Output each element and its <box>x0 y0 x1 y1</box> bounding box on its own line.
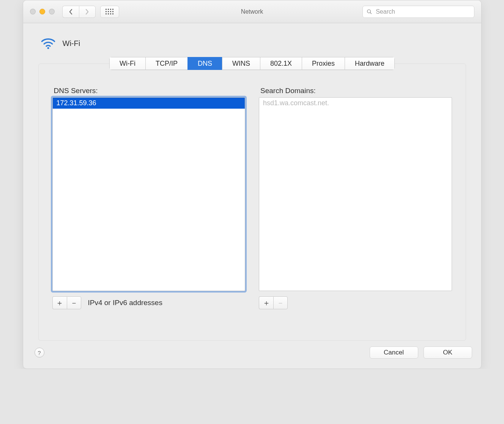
grid-icon <box>106 9 113 14</box>
close-window-button[interactable] <box>30 9 36 14</box>
wifi-icon <box>41 36 56 51</box>
tab-proxies[interactable]: Proxies <box>302 57 345 70</box>
ok-button[interactable]: OK <box>424 346 472 359</box>
minimize-window-button[interactable] <box>39 9 45 14</box>
tab-wins[interactable]: WINS <box>222 57 260 70</box>
search-domains-add-remove: ＋ － <box>259 296 288 309</box>
search-domains-remove-button[interactable]: － <box>273 296 288 309</box>
search-domain-item[interactable]: hsd1.wa.comcast.net. <box>259 98 452 109</box>
dns-remove-button[interactable]: － <box>67 296 81 309</box>
search-domains-list[interactable]: hsd1.wa.comcast.net. <box>259 97 452 291</box>
dns-hint: IPv4 or IPv6 addresses <box>88 299 162 307</box>
titlebar: Network <box>23 0 481 23</box>
show-all-button[interactable] <box>100 6 119 18</box>
tab-hardware[interactable]: Hardware <box>345 57 395 70</box>
nav-buttons <box>62 6 96 18</box>
body: Wi-Fi Wi-FiTCP/IPDNSWINS802.1XProxiesHar… <box>23 23 481 346</box>
svg-point-0 <box>367 9 370 13</box>
back-button[interactable] <box>62 6 79 18</box>
dns-servers-list[interactable]: 172.31.59.36 <box>52 97 246 291</box>
search-field[interactable] <box>362 6 474 18</box>
help-button[interactable]: ? <box>35 348 44 358</box>
search-domains-label: Search Domains: <box>260 87 452 95</box>
tab-dns[interactable]: DNS <box>187 57 222 70</box>
search-icon <box>367 9 372 15</box>
dns-servers-label: DNS Servers: <box>54 87 246 95</box>
footer: ? Cancel OK <box>23 346 481 369</box>
dns-server-item[interactable]: 172.31.59.36 <box>53 98 245 109</box>
forward-button[interactable] <box>79 6 96 18</box>
chevron-right-icon <box>85 9 89 15</box>
tab-tcp-ip[interactable]: TCP/IP <box>145 57 187 70</box>
dns-servers-column: DNS Servers: 172.31.59.36 ＋ － IPv4 or IP… <box>52 87 246 309</box>
search-domains-add-button[interactable]: ＋ <box>259 296 273 309</box>
dns-add-remove: ＋ － <box>52 296 81 309</box>
tabs: Wi-FiTCP/IPDNSWINS802.1XProxiesHardware <box>38 57 466 70</box>
interface-header: Wi-Fi <box>41 36 466 51</box>
cancel-button[interactable]: Cancel <box>370 346 418 359</box>
tab-802-1x[interactable]: 802.1X <box>260 57 302 70</box>
chevron-left-icon <box>69 9 73 15</box>
svg-line-1 <box>370 12 372 14</box>
tab-wi-fi[interactable]: Wi-Fi <box>109 57 145 70</box>
svg-point-2 <box>47 47 49 49</box>
dns-panel: DNS Servers: 172.31.59.36 ＋ － IPv4 or IP… <box>38 63 466 341</box>
dns-add-button[interactable]: ＋ <box>52 296 67 309</box>
zoom-window-button[interactable] <box>49 9 55 14</box>
interface-name: Wi-Fi <box>63 39 80 48</box>
search-domains-column: Search Domains: hsd1.wa.comcast.net. ＋ － <box>259 87 452 309</box>
window-controls <box>30 9 55 14</box>
search-input[interactable] <box>375 8 470 16</box>
network-preferences-window: Network Wi-Fi Wi-FiTCP/IPDNSWINS802.1XPr… <box>23 0 482 369</box>
